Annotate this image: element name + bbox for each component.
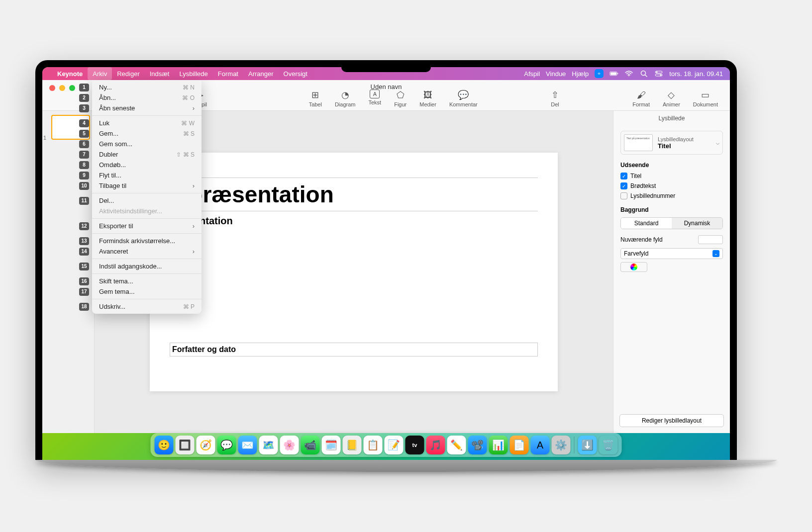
apple-menu[interactable] — [42, 67, 52, 80]
chart-button[interactable]: ◔Diagram — [330, 89, 361, 107]
dock-appstore[interactable]: A — [531, 436, 550, 454]
menu-item[interactable]: 12Eksporter til› — [92, 221, 202, 231]
background-segmented[interactable]: Standard Dynamisk — [620, 217, 723, 229]
dock-launchpad[interactable]: 🔲 — [176, 436, 195, 454]
dock-finder[interactable]: 🙂 — [155, 436, 174, 454]
dock-trash[interactable]: 🗑️ — [599, 436, 618, 454]
menu-item[interactable]: 11Del... — [92, 195, 202, 206]
menu-item[interactable]: 4Luk⌘ W — [92, 118, 202, 128]
share-button[interactable]: ⇧Del — [544, 89, 565, 107]
battery-icon[interactable] — [609, 69, 618, 78]
format-panel-button[interactable]: 🖌Format — [627, 89, 655, 107]
slide-author-text[interactable]: Forfatter og dato — [170, 343, 538, 356]
menu-item[interactable]: 3Åbn seneste› — [92, 103, 202, 113]
layout-picker[interactable]: Titel på præsentation Lysbilledlayout Ti… — [620, 131, 723, 155]
dock-photos[interactable]: 🌸 — [280, 436, 299, 454]
menu-hjaelp[interactable]: Hjælp — [572, 70, 589, 78]
menu-format[interactable]: Format — [213, 67, 243, 80]
menu-item[interactable]: 1Ny...⌘ N — [92, 82, 202, 92]
dock-maps[interactable]: 🗺️ — [259, 436, 278, 454]
menu-item[interactable]: 9Flyt til... — [92, 170, 202, 180]
menu-item[interactable]: 10Tilbage til› — [92, 180, 202, 191]
document-panel-button[interactable]: ▭Dokument — [688, 89, 723, 107]
menu-afspil[interactable]: Afspil — [524, 70, 540, 78]
slide-title-text[interactable]: å præsentation — [170, 177, 538, 211]
svg-rect-1 — [610, 72, 616, 75]
menu-arkiv[interactable]: Arkiv — [88, 67, 112, 80]
dock-numbers[interactable]: 📊 — [489, 436, 508, 454]
menu-item[interactable]: 14Avanceret› — [92, 246, 202, 257]
menu-item[interactable]: 16Skift tema... — [92, 276, 202, 286]
dock-settings[interactable]: ⚙️ — [552, 436, 571, 454]
dock-facetime[interactable]: 📹 — [301, 436, 320, 454]
select-caret-icon: ⌄ — [712, 250, 719, 257]
dock-downloads[interactable]: ⬇️ — [578, 436, 597, 454]
slide-navigator[interactable]: 1 — [42, 111, 95, 433]
dock-freeform[interactable]: ✏️ — [447, 436, 466, 454]
spotlight-icon[interactable] — [639, 69, 648, 78]
dock-pages[interactable]: 📄 — [510, 436, 529, 454]
checkbox-title[interactable]: ✓ — [620, 173, 627, 179]
menu-oversigt[interactable]: Oversigt — [279, 67, 312, 80]
menu-item[interactable]: 7Dubler⇧ ⌘ S — [92, 149, 202, 160]
dock-contacts[interactable]: 📒 — [343, 436, 362, 454]
inspector-title: Lysbillede — [613, 111, 730, 126]
menu-item-badge: 17 — [79, 288, 89, 296]
menu-item[interactable]: 5Gem...⌘ S — [92, 128, 202, 139]
svg-point-9 — [660, 75, 662, 76]
table-label: Tabel — [309, 101, 322, 107]
dock-safari[interactable]: 🧭 — [197, 436, 215, 454]
dock-keynote[interactable]: 📽️ — [468, 436, 487, 454]
checkbox-slidenumber[interactable] — [620, 192, 627, 199]
menu-item-badge: 13 — [79, 237, 89, 245]
menu-lysbillede[interactable]: Lysbillede — [174, 67, 212, 80]
menu-item[interactable]: 8Omdøb... — [92, 160, 202, 170]
menu-item[interactable]: 17Gem tema... — [92, 286, 202, 297]
menu-item-badge: 3 — [79, 104, 89, 112]
comment-button[interactable]: 💬Kommentar — [444, 89, 483, 107]
menu-rediger[interactable]: Rediger — [112, 67, 145, 80]
laptop-base — [35, 460, 777, 472]
menu-vindue[interactable]: Vindue — [546, 70, 566, 78]
audio-icon[interactable] — [595, 69, 604, 78]
dock-notes[interactable]: 📝 — [385, 436, 404, 454]
edit-layout-button[interactable]: Rediger lysbilledlayout — [619, 414, 724, 427]
menubar-datetime[interactable]: tors. 18. jan. 09.41 — [669, 70, 723, 78]
media-button[interactable]: 🖼Medier — [414, 89, 441, 107]
dock-mail[interactable]: ✉️ — [238, 436, 257, 454]
share-label: Del — [551, 101, 559, 107]
app-name[interactable]: Keynote — [52, 67, 88, 80]
menu-item[interactable]: 2Åbn...⌘ O — [92, 92, 202, 103]
menu-indsaet[interactable]: Indsæt — [145, 67, 175, 80]
menu-item[interactable]: 6Gem som... — [92, 139, 202, 149]
seg-standard[interactable]: Standard — [621, 218, 672, 229]
text-button[interactable]: ATekst — [364, 89, 387, 107]
wifi-icon[interactable] — [624, 69, 633, 78]
menu-arranger[interactable]: Arranger — [243, 67, 279, 80]
color-well[interactable] — [620, 262, 647, 272]
slide-subtitle-text[interactable]: præsentation — [170, 215, 538, 227]
comment-label: Kommentar — [449, 101, 478, 107]
menu-item[interactable]: 13Formindsk arkivstørrelse... — [92, 236, 202, 246]
dock-messages[interactable]: 💬 — [217, 436, 236, 454]
table-button[interactable]: ⊞Tabel — [304, 89, 327, 107]
dock-music[interactable]: 🎵 — [426, 436, 445, 454]
current-fill-swatch[interactable] — [698, 235, 723, 244]
dock-tv[interactable]: tv — [406, 436, 424, 454]
checkbox-body-label: Brødtekst — [630, 182, 656, 189]
dock-calendar[interactable]: 🗓️ — [322, 436, 341, 454]
dock-reminders[interactable]: 📋 — [364, 436, 383, 454]
shape-button[interactable]: ⬠Figur — [389, 89, 411, 107]
seg-dynamic[interactable]: Dynamisk — [672, 218, 722, 229]
menu-item-label: Flyt til... — [99, 172, 121, 179]
checkbox-body[interactable]: ✓ — [620, 182, 627, 189]
menu-item[interactable]: 18Udskriv...⌘ P — [92, 301, 202, 312]
animate-panel-button[interactable]: ◇Animer — [658, 89, 685, 107]
fill-type-select[interactable]: Farvefyld ⌄ — [620, 248, 723, 259]
menu-item-badge: 2 — [79, 94, 89, 102]
slide[interactable]: å præsentation præsentation Forfatter og… — [150, 153, 558, 391]
menu-item[interactable]: 15Indstil adgangskode... — [92, 261, 202, 271]
menu-item-label: Aktivitetsindstillinger... — [99, 207, 162, 215]
control-center-icon[interactable] — [654, 69, 663, 78]
menu-item-label: Åbn... — [99, 94, 116, 101]
